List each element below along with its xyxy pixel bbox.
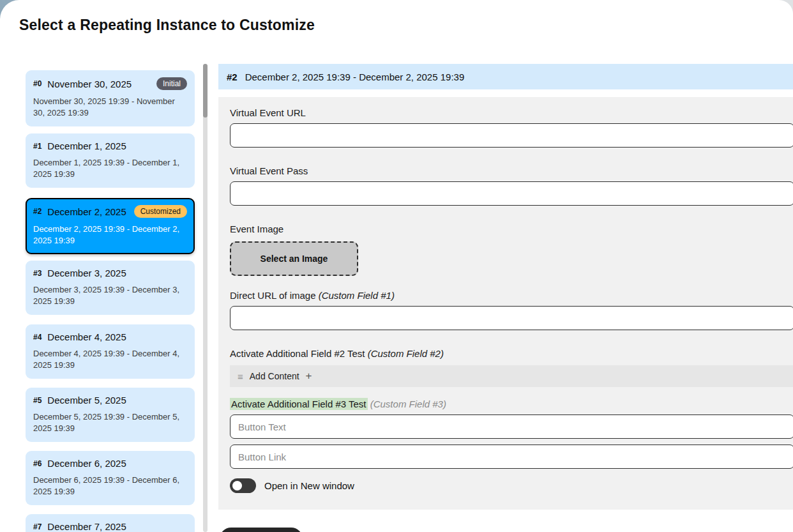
additional-field-2-label: Activate Additional Field #2 Test (Custo… bbox=[230, 348, 793, 359]
instance-card-1[interactable]: #1 December 1, 2025 December 1, 2025 19:… bbox=[26, 133, 195, 188]
direct-url-label: Direct URL of image (Custom Field #1) bbox=[230, 290, 793, 301]
select-image-button[interactable]: Select an Image bbox=[230, 241, 358, 276]
instance-range: December 3, 2025 19:39 - December 3, 202… bbox=[33, 284, 187, 307]
instance-card-7[interactable]: #7 December 7, 2025 bbox=[26, 514, 195, 532]
button-text-input[interactable] bbox=[230, 414, 793, 439]
save-button[interactable] bbox=[220, 528, 303, 532]
virtual-event-pass-input[interactable] bbox=[230, 181, 793, 206]
instance-range: December 1, 2025 19:39 - December 1, 202… bbox=[33, 157, 187, 180]
instance-date: December 5, 2025 bbox=[47, 395, 187, 406]
instance-card-6[interactable]: #6 December 6, 2025 December 6, 2025 19:… bbox=[26, 451, 195, 505]
virtual-event-url-input[interactable] bbox=[230, 123, 793, 148]
instance-index: #4 bbox=[33, 333, 42, 342]
instance-index: #1 bbox=[33, 142, 42, 151]
instance-index: #5 bbox=[33, 396, 42, 405]
additional-field-3-group: Activate Additional Field #3 Test (Custo… bbox=[230, 399, 793, 493]
plus-icon: + bbox=[306, 370, 312, 383]
event-image-group: Event Image Select an Image bbox=[230, 224, 793, 276]
instance-date: November 30, 2025 bbox=[47, 79, 151, 89]
additional-field-2-group: Activate Additional Field #2 Test (Custo… bbox=[230, 348, 793, 387]
instance-card-4[interactable]: #4 December 4, 2025 December 4, 2025 19:… bbox=[26, 324, 195, 379]
drag-handle-icon: ≡ bbox=[238, 371, 243, 382]
instance-list: #0 November 30, 2025 Initial November 30… bbox=[26, 70, 195, 532]
direct-url-group: Direct URL of image (Custom Field #1) bbox=[230, 290, 793, 330]
instance-date: December 2, 2025 bbox=[47, 206, 128, 217]
instance-card-3[interactable]: #3 December 3, 2025 December 3, 2025 19:… bbox=[26, 261, 195, 315]
additional-field-3-highlight: Activate Additional Field #3 Test bbox=[230, 398, 368, 410]
event-image-label: Event Image bbox=[230, 224, 793, 234]
instance-range: December 4, 2025 19:39 - December 4, 202… bbox=[33, 348, 187, 371]
custom-field-1-suffix: (Custom Field #1) bbox=[319, 290, 395, 301]
instance-date: December 4, 2025 bbox=[47, 331, 187, 342]
custom-field-2-suffix: (Custom Field #2) bbox=[368, 348, 444, 359]
direct-url-input[interactable] bbox=[230, 306, 793, 330]
instance-card-0[interactable]: #0 November 30, 2025 Initial November 30… bbox=[26, 70, 195, 126]
instance-card-2-selected[interactable]: #2 December 2, 2025 Customized December … bbox=[26, 198, 195, 254]
instance-date: December 1, 2025 bbox=[47, 141, 187, 151]
virtual-event-url-group: Virtual Event URL bbox=[230, 107, 793, 148]
open-new-window-row: Open in New window bbox=[230, 478, 793, 493]
instance-date: December 6, 2025 bbox=[47, 458, 187, 469]
page-title: Select a Repeating Instance to Customize bbox=[19, 17, 315, 34]
selected-instance-header: #2 December 2, 2025 19:39 - December 2, … bbox=[218, 64, 793, 89]
modal-sheet: Select a Repeating Instance to Customize… bbox=[0, 0, 793, 532]
custom-field-3-suffix: (Custom Field #3) bbox=[370, 399, 446, 409]
open-new-window-label: Open in New window bbox=[264, 480, 354, 491]
virtual-event-pass-label: Virtual Event Pass bbox=[230, 165, 793, 176]
instance-index: #0 bbox=[33, 79, 42, 88]
instance-range: December 5, 2025 19:39 - December 5, 202… bbox=[33, 411, 187, 434]
selected-instance-index: #2 bbox=[227, 72, 238, 82]
instance-range: December 2, 2025 19:39 - December 2, 202… bbox=[33, 224, 187, 247]
instance-card-5[interactable]: #5 December 5, 2025 December 5, 2025 19:… bbox=[26, 388, 195, 442]
instance-date: December 7, 2025 bbox=[47, 521, 187, 532]
instance-index: #6 bbox=[33, 459, 42, 468]
virtual-event-pass-group: Virtual Event Pass bbox=[230, 165, 793, 206]
status-badge-customized: Customized bbox=[134, 205, 187, 218]
status-badge-initial: Initial bbox=[156, 77, 187, 90]
virtual-event-url-label: Virtual Event URL bbox=[230, 107, 793, 118]
instance-index: #3 bbox=[33, 269, 42, 278]
instance-index: #2 bbox=[33, 207, 42, 216]
button-link-input[interactable] bbox=[230, 445, 793, 469]
selected-instance-range: December 2, 2025 19:39 - December 2, 202… bbox=[245, 72, 465, 82]
toggle-knob bbox=[232, 481, 242, 490]
add-content-label: Add Content bbox=[250, 371, 299, 381]
sidebar-scrollbar-track[interactable] bbox=[203, 64, 208, 532]
instance-range: December 6, 2025 19:39 - December 6, 202… bbox=[33, 475, 187, 498]
customize-form: Virtual Event URL Virtual Event Pass Eve… bbox=[218, 97, 793, 510]
add-content-row[interactable]: ≡ Add Content + bbox=[230, 365, 793, 387]
additional-field-3-label: Activate Additional Field #3 Test (Custo… bbox=[230, 399, 793, 409]
instance-index: #7 bbox=[33, 522, 42, 531]
open-new-window-toggle[interactable] bbox=[230, 478, 256, 493]
sidebar-scrollbar-thumb[interactable] bbox=[203, 64, 208, 118]
instance-date: December 3, 2025 bbox=[47, 268, 187, 278]
instance-range: November 30, 2025 19:39 - November 30, 2… bbox=[33, 96, 187, 119]
